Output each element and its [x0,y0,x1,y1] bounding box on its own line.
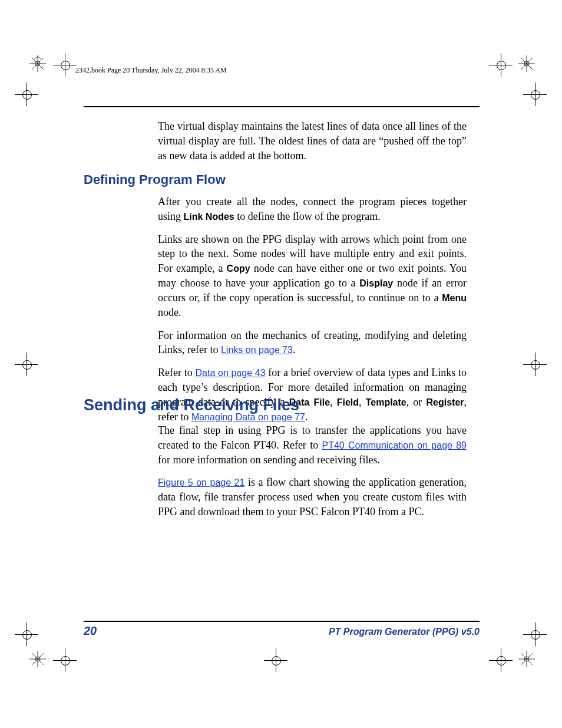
link-pt40-communication-page-89[interactable]: PT40 Communication on page 89 [322,440,467,450]
flow-p2: Links are shown on the PPG display with … [158,232,467,320]
link-data-page-43[interactable]: Data on page 43 [195,368,265,378]
intro-paragraph: The virtual display maintains the latest… [158,119,467,163]
svg-line-15 [32,653,44,665]
registration-sunburst-icon [518,55,535,72]
crop-mark-icon [523,353,547,376]
bold-display: Display [359,278,393,288]
link-links-page-73[interactable]: Links on page 73 [221,345,293,355]
svg-point-7 [524,61,529,66]
crop-mark-icon [15,353,38,376]
footer-rule [84,621,480,622]
svg-line-11 [521,58,533,70]
page-number: 20 [84,624,97,638]
footer-title: PT Program Generator (PPG) v5.0 [329,627,480,637]
send-p2: Figure 5 on page 21 is a flow chart show… [158,475,467,519]
svg-point-17 [524,657,529,661]
crop-mark-icon [264,648,287,672]
send-block: The final step in using PPG is to transf… [158,423,467,528]
text: node. [158,307,181,318]
bold-link-nodes: Link Nodes [184,212,234,222]
text: . [305,411,308,423]
flow-p3: For information on the mechanics of crea… [158,328,467,358]
bold-template: Template [366,397,406,407]
heading-defining-program-flow: Defining Program Flow [84,172,226,187]
svg-line-4 [32,58,44,70]
bold-register: Register [427,397,464,407]
svg-line-10 [521,58,533,70]
crop-mark-icon [53,53,77,77]
crop-header-text: 2342.book Page 20 Thursday, July 22, 200… [75,66,227,75]
svg-line-5 [38,57,41,59]
text: , [330,396,337,408]
flow-p1: After you create all the nodes, connect … [158,195,467,224]
text: , [359,396,366,408]
bold-menu: Menu [442,293,467,303]
svg-line-6 [34,57,38,59]
page: 2342.book Page 20 Thursday, July 22, 200… [0,0,562,728]
crop-mark-icon [523,622,547,646]
crop-mark-icon [523,83,547,106]
bold-field: Field [337,397,359,407]
crop-mark-icon [53,648,77,672]
crop-mark-icon [489,53,513,77]
text: Refer to [158,367,195,378]
heading-sending-receiving-files: Sending and Receiving Files [84,396,299,414]
text: . [293,344,296,355]
svg-line-3 [32,58,44,70]
bold-copy: Copy [227,263,250,274]
send-p1: The final step in using PPG is to transf… [158,423,467,467]
text: to define the flow of the program. [234,210,381,222]
crop-mark-icon [15,83,38,106]
text: for more information on sending and rece… [158,454,380,466]
text: , or [406,396,427,408]
crop-mark-icon [489,648,513,672]
svg-point-0 [35,61,40,66]
svg-line-16 [32,653,44,665]
svg-line-21 [521,653,533,665]
header-rule [84,106,480,107]
registration-sunburst-icon [518,651,535,667]
flow-p4: Refer to Data on page 43 for a brief ove… [158,365,467,424]
intro-block: The virtual display maintains the latest… [158,119,467,171]
svg-point-12 [35,657,40,661]
text: For information on the mechanics of crea… [158,330,467,356]
crop-mark-icon [15,622,38,646]
link-figure-5-page-21[interactable]: Figure 5 on page 21 [158,477,244,487]
registration-sunburst-icon [29,651,46,667]
footer: 20 PT Program Generator (PPG) v5.0 [84,621,480,638]
svg-line-20 [521,653,533,665]
registration-sunburst-icon [29,55,46,72]
